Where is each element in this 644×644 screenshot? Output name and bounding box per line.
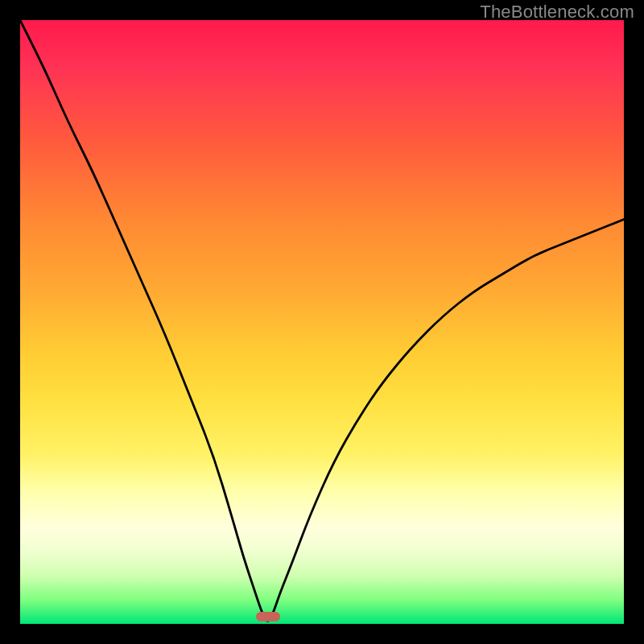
bottleneck-curve: [20, 20, 624, 624]
min-marker: [256, 612, 280, 621]
plot-area: [20, 20, 624, 624]
watermark-text: TheBottleneck.com: [480, 2, 634, 23]
